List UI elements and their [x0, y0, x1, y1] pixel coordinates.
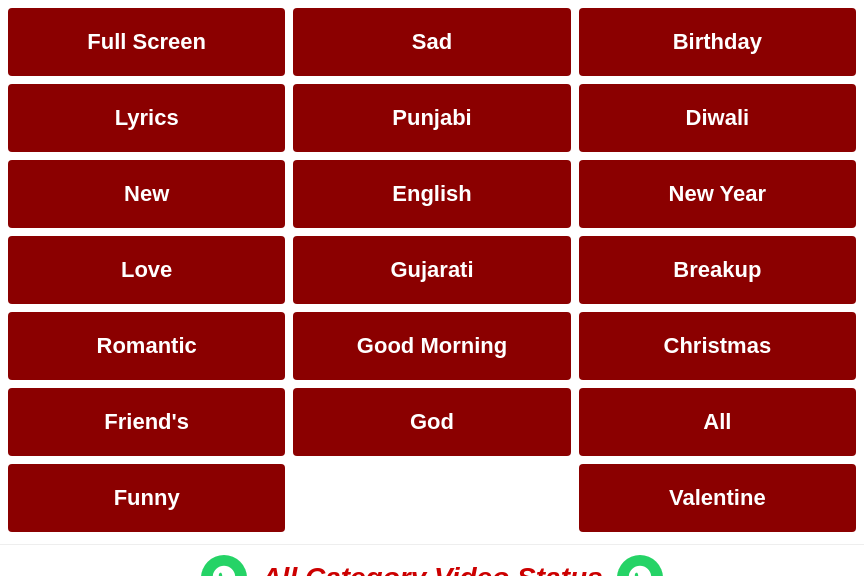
btn-full-screen[interactable]: Full Screen: [8, 8, 285, 76]
footer-text: All Category Video Status: [261, 562, 602, 576]
btn-good-morning[interactable]: Good Morning: [293, 312, 570, 380]
btn-punjabi[interactable]: Punjabi: [293, 84, 570, 152]
btn-christmas[interactable]: Christmas: [579, 312, 856, 380]
button-grid: Full ScreenSadBirthdayLyricsPunjabiDiwal…: [0, 0, 864, 540]
btn-lyrics[interactable]: Lyrics: [8, 84, 285, 152]
btn-english[interactable]: English: [293, 160, 570, 228]
btn-new[interactable]: New: [8, 160, 285, 228]
btn-god[interactable]: God: [293, 388, 570, 456]
whatsapp-icon-left[interactable]: [201, 555, 247, 576]
btn-funny[interactable]: Funny: [8, 464, 285, 532]
btn-gujarati[interactable]: Gujarati: [293, 236, 570, 304]
btn-love[interactable]: Love: [8, 236, 285, 304]
btn-empty1: [293, 464, 570, 532]
btn-new-year[interactable]: New Year: [579, 160, 856, 228]
btn-breakup[interactable]: Breakup: [579, 236, 856, 304]
btn-valentine[interactable]: Valentine: [579, 464, 856, 532]
btn-all[interactable]: All: [579, 388, 856, 456]
btn-diwali[interactable]: Diwali: [579, 84, 856, 152]
btn-sad[interactable]: Sad: [293, 8, 570, 76]
main-container: Full ScreenSadBirthdayLyricsPunjabiDiwal…: [0, 0, 864, 576]
btn-birthday[interactable]: Birthday: [579, 8, 856, 76]
btn-friends[interactable]: Friend's: [8, 388, 285, 456]
footer: All Category Video Status: [0, 544, 864, 576]
whatsapp-icon-right[interactable]: [617, 555, 663, 576]
btn-romantic[interactable]: Romantic: [8, 312, 285, 380]
